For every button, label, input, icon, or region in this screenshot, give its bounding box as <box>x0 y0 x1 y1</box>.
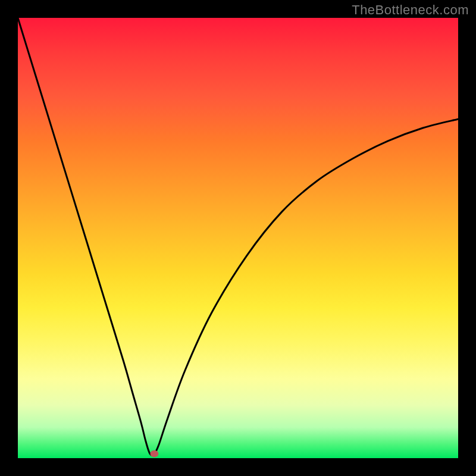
chart-svg <box>18 18 458 458</box>
bottleneck-curve <box>18 18 458 455</box>
plot-area <box>18 18 458 458</box>
minimum-marker <box>150 450 158 458</box>
watermark-text: TheBottleneck.com <box>352 2 469 18</box>
chart-frame: TheBottleneck.com <box>0 0 476 476</box>
